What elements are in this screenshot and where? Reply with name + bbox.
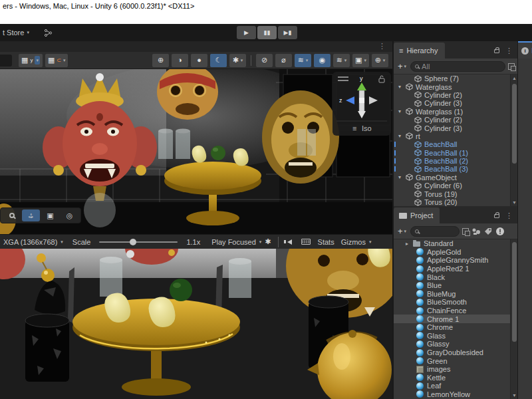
expander-icon[interactable]: ▸	[406, 241, 413, 247]
project-item[interactable]: LemonYellow	[394, 390, 517, 399]
project-item[interactable]: Black	[394, 273, 517, 281]
hierarchy-item[interactable]: BeachBall	[394, 140, 517, 148]
project-item[interactable]: Leaf	[394, 382, 517, 390]
keyboard-icon[interactable]	[301, 239, 311, 245]
warning-filter-icon[interactable]	[495, 227, 505, 236]
hierarchy-item[interactable]: BeachBall (1)	[394, 149, 517, 157]
chevron-down-icon[interactable]: ▾	[306, 58, 309, 63]
project-item[interactable]: AppleGrannySmith	[394, 256, 517, 265]
grid-visibility-button[interactable]: ▦y ▾	[19, 54, 43, 67]
version-control-icon[interactable]	[44, 29, 53, 37]
camera-tool-button[interactable]: ▣	[41, 209, 59, 221]
chevron-down-icon[interactable]: ▾	[364, 58, 366, 63]
chevron-down-icon[interactable]: ▾	[241, 58, 243, 63]
drawmode-shadedwire-button[interactable]: ◑	[172, 54, 188, 67]
scrollbar-thumb[interactable]	[512, 84, 517, 164]
project-search-input[interactable]	[410, 226, 460, 237]
hierarchy-item[interactable]: ▾ rt	[394, 132, 517, 140]
tab-hierarchy[interactable]: ≡ Hierarchy	[394, 43, 445, 59]
project-item[interactable]: Glass	[394, 332, 517, 340]
debug-icon[interactable]: ✱	[265, 237, 271, 246]
project-item[interactable]: AppleRed2 1	[394, 265, 517, 273]
chevron-down-icon[interactable]: ▾	[344, 58, 347, 63]
project-scrollbar[interactable]: ▼	[510, 239, 517, 399]
fx-toggle-button[interactable]: ⌀	[275, 54, 292, 67]
scrollbar-thumb[interactable]	[512, 242, 517, 342]
hierarchy-item[interactable]: BeachBall (3)	[394, 165, 517, 173]
effects-button[interactable]: ≋▾	[295, 54, 311, 67]
snap-settings-button[interactable]: ▦∪ ▾	[45, 54, 68, 67]
hierarchy-item[interactable]: Cylinder (6)	[394, 182, 517, 190]
hierarchy-item[interactable]: Sphere (7)	[394, 74, 517, 82]
layers-button[interactable]: ≋▾	[333, 54, 350, 67]
hierarchy-item[interactable]: ▾ GameObject	[394, 174, 517, 182]
hierarchy-item[interactable]: Cylinder (2)	[394, 91, 517, 99]
expander-icon[interactable]: ▾	[398, 84, 406, 90]
hierarchy-item[interactable]: Cylinder (3)	[394, 124, 517, 132]
zoom-tool-button[interactable]	[3, 209, 21, 221]
resolution-dropdown[interactable]: XGA (1366x768)	[3, 238, 57, 246]
project-item[interactable]: GrayDoublesided	[394, 348, 517, 357]
chevron-down-icon[interactable]: ▾	[35, 56, 40, 65]
lock-icon[interactable]	[494, 49, 499, 53]
pause-button[interactable]: ▮▮	[257, 26, 277, 39]
project-item[interactable]: ChainFence	[394, 307, 517, 315]
chevron-down-icon[interactable]: ▾	[383, 58, 386, 63]
orientation-gizmo[interactable]: y z ≡ Iso	[332, 72, 391, 137]
expander-icon[interactable]: ▾	[398, 174, 406, 180]
packages-filter-icon[interactable]	[471, 227, 481, 236]
project-item[interactable]: Chrome 1	[394, 315, 517, 323]
kebab-menu-icon[interactable]: ⋮	[505, 211, 513, 220]
project-item[interactable]: images	[394, 365, 517, 374]
move-tool-button[interactable]: ↔ ↕	[22, 209, 40, 221]
camera-settings-button[interactable]: ▣▾	[352, 54, 369, 67]
project-item[interactable]: BlueMug	[394, 290, 517, 299]
project-item[interactable]: Blue	[394, 281, 517, 290]
gizmos-settings-button[interactable]: ⊕▾	[372, 54, 388, 67]
asset-store-button[interactable]: t Store ▾	[3, 29, 29, 37]
gizmos-button[interactable]: Gizmos	[341, 238, 366, 246]
scale-slider[interactable]	[99, 241, 178, 243]
lighting-toggle-button[interactable]: ☾	[210, 54, 227, 67]
project-item[interactable]: BlueSmooth	[394, 298, 517, 307]
add-object-button[interactable]: +▾	[396, 61, 408, 71]
hierarchy-item[interactable]: Torus (19)	[394, 190, 517, 198]
hierarchy-search-input[interactable]: All	[410, 61, 505, 72]
project-item[interactable]: AppleGold	[394, 248, 517, 257]
drawmode-wireframe-button[interactable]: ⊕	[152, 54, 169, 67]
scene-visibility-button[interactable]: ◉	[314, 54, 331, 67]
game-viewport[interactable]	[0, 249, 392, 399]
pick-object-icon[interactable]	[508, 63, 515, 70]
project-item[interactable]: Green	[394, 356, 517, 365]
step-button[interactable]: ▶▮	[278, 26, 297, 39]
debug-draw-button[interactable]: ✱▾	[229, 54, 246, 67]
project-item[interactable]: Kettle	[394, 374, 517, 382]
audio-mute-button[interactable]: ⊘	[256, 54, 273, 67]
expander-icon[interactable]: ▾	[398, 108, 406, 114]
kebab-menu-icon[interactable]: ⋮	[505, 47, 513, 55]
chevron-down-icon[interactable]: ▾	[369, 239, 372, 245]
orientation-tool-button[interactable]: ◎	[61, 209, 78, 221]
hierarchy-item[interactable]: ▾ Waterglass (1)	[394, 108, 517, 116]
hierarchy-item[interactable]: Torus (20)	[394, 198, 517, 206]
project-item[interactable]: Chrome	[394, 323, 517, 332]
pick-asset-icon[interactable]	[462, 228, 469, 235]
drawmode-shaded-button[interactable]: ●	[191, 54, 207, 67]
hierarchy-item[interactable]: Cylinder (3)	[394, 99, 517, 107]
add-asset-button[interactable]: +▾	[396, 226, 408, 236]
chevron-down-icon[interactable]: ▾	[63, 58, 66, 63]
focus-mode-dropdown[interactable]: Play Focused	[211, 238, 256, 246]
audio-icon[interactable]	[287, 239, 292, 245]
project-item[interactable]: ▸ Standard	[394, 239, 517, 248]
label-filter-icon[interactable]	[483, 227, 493, 236]
chevron-down-icon[interactable]: ▾	[259, 239, 262, 245]
tab-inspector[interactable]: i In	[518, 41, 532, 59]
hierarchy-item[interactable]: ▾ Waterglass	[394, 82, 517, 90]
tab-project[interactable]: Project	[394, 207, 440, 223]
hierarchy-item[interactable]: Cylinder (2)	[394, 116, 517, 124]
play-button[interactable]: ▶	[237, 26, 256, 39]
hierarchy-scrollbar[interactable]: ▲ ▼	[510, 74, 517, 206]
lock-icon[interactable]	[494, 214, 499, 218]
scene-menu-kebab-icon[interactable]: ⋮	[378, 42, 386, 51]
project-item[interactable]: Glassy	[394, 340, 517, 348]
